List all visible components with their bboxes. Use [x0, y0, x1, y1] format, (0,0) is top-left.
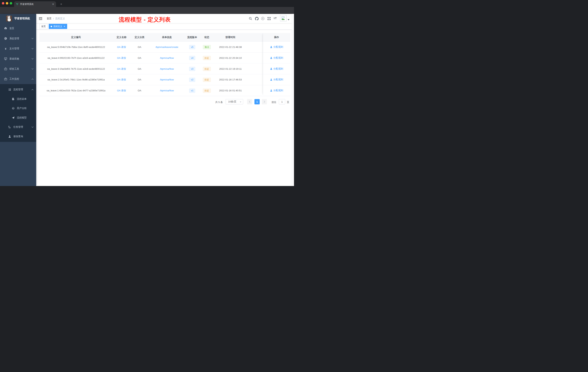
goto-label: 前往	[272, 101, 276, 104]
column-header: 流程版本	[185, 35, 199, 39]
list-icon	[8, 88, 11, 91]
cell-deploy-time: 2022-01-22 19:19:11	[214, 67, 247, 70]
cell-form-link[interactable]: /bpm/oa/flow	[149, 56, 185, 59]
prev-page-button[interactable]	[247, 99, 252, 104]
chevron-left-icon	[249, 101, 251, 103]
version-badge: v1	[189, 88, 195, 93]
sidebar-item-label: 流程模型	[17, 116, 34, 119]
breadcrumb-home[interactable]: 首页	[47, 17, 52, 20]
status-badge: 挂起	[203, 56, 211, 60]
status-badge: 激活	[203, 45, 211, 49]
avatar-caret-icon[interactable]	[288, 19, 289, 20]
cell-form-link[interactable]: /bpm/oa/flow	[149, 89, 185, 92]
sidebar-item-label: 请假查询	[13, 135, 33, 138]
font-size-icon[interactable]: ᴛT	[274, 17, 277, 20]
tag-process-definition[interactable]: 流程定义 ✕	[49, 24, 67, 29]
sidebar-item-infrastructure[interactable]: 基础设施	[0, 54, 36, 64]
cell-definition-name-link[interactable]: OA 请假	[113, 45, 130, 49]
cell-form-link[interactable]: /bpm/oa/leave/create	[149, 46, 185, 48]
assign-rule-button[interactable]: 分配规则	[270, 78, 283, 81]
yen-icon: ¥	[4, 47, 7, 50]
version-badge: v4	[189, 56, 195, 60]
sidebar-item-workflow[interactable]: 工作流程	[0, 74, 36, 84]
window-minimize-button[interactable]	[6, 2, 8, 4]
broken-image-icon	[282, 16, 285, 20]
sidebar-item-label: 任务管理	[13, 125, 32, 129]
sidebar: 芋道管理系统 首页 系统管理 ¥ 支付管理 基础设施	[0, 14, 36, 186]
sidebar-item-process-model[interactable]: 流程模型	[0, 113, 36, 122]
page-number-button[interactable]: 1	[254, 99, 260, 104]
cell-form-link[interactable]: /bpm/oa/flow	[149, 67, 185, 70]
cell-definition-name-link[interactable]: OA 请假	[113, 67, 130, 71]
pagination-total: 共 5 条	[215, 101, 223, 104]
sidebar-item-label: 研发工具	[10, 67, 32, 71]
column-header: 部署时间	[214, 35, 247, 39]
active-dot-icon	[51, 26, 52, 27]
tag-label: 流程定义	[53, 25, 62, 28]
sidebar-item-label: 用户分组	[17, 107, 34, 110]
tab-favicon-plant-icon	[16, 3, 19, 5]
cell-definition-name-link[interactable]: OA 请假	[113, 56, 130, 60]
tab-close-icon[interactable]: ✕	[52, 3, 54, 5]
sidebar-item-payment[interactable]: ¥ 支付管理	[0, 44, 36, 54]
briefcase-icon	[4, 77, 7, 81]
new-tab-button[interactable]: ＋	[60, 2, 63, 6]
sidebar-item-label: 首页	[10, 27, 34, 30]
status-badge: 挂起	[203, 77, 211, 82]
avatar[interactable]	[280, 15, 286, 22]
sidebar-item-system[interactable]: 系统管理	[0, 33, 36, 44]
browser-toolbar: 不安全 dashboard.yudao.iocoder.cn/bpm/manag…	[0, 7, 294, 14]
scrollbar[interactable]	[292, 14, 294, 186]
cell-category: OA	[130, 46, 149, 48]
cell-deploy-time: 2022-01-16 17:46:53	[214, 78, 247, 81]
table-row: oa_leave:2:3c1f0ef1-76b1-11ec-9c66-a2380…	[40, 74, 290, 85]
sidebar-collapse-icon[interactable]	[39, 17, 42, 20]
search-icon[interactable]	[249, 17, 252, 20]
page-size-select[interactable]: 10条/页	[226, 99, 243, 104]
breadcrumb-current: 流程定义	[55, 17, 65, 20]
sidebar-item-leave-query[interactable]: 请假查询	[0, 132, 36, 141]
sidebar-logo: 芋道管理系统	[0, 14, 36, 23]
github-icon[interactable]	[255, 17, 259, 21]
assign-rule-button[interactable]: 分配规则	[270, 89, 283, 92]
next-page-button[interactable]	[262, 99, 267, 104]
sidebar-item-user-group[interactable]: 用户分组	[0, 104, 36, 113]
sidebar-item-home[interactable]: 首页	[0, 23, 36, 33]
assign-rule-button[interactable]: 分配规则	[270, 56, 283, 60]
cell-deploy-time: 2022-01-22 21:48:38	[214, 46, 247, 48]
tag-close-icon[interactable]: ✕	[64, 25, 65, 27]
fullscreen-icon[interactable]	[267, 17, 271, 20]
version-badge: v2	[189, 77, 195, 82]
tag-label: 首页	[41, 25, 46, 28]
assign-rule-button[interactable]: 分配规则	[270, 45, 283, 49]
assign-rule-button[interactable]: 分配规则	[270, 67, 283, 70]
window-zoom-button[interactable]	[10, 2, 12, 4]
sidebar-item-label: 工作流程	[10, 77, 32, 81]
column-header: 状态	[199, 35, 214, 39]
sidebar-item-label: 基础设施	[10, 57, 32, 61]
help-icon[interactable]: ?	[261, 17, 264, 20]
table-row: oa_leave:3:1fad3d93-7b75-11ec-a3c8-acde4…	[40, 64, 290, 75]
group-icon	[12, 107, 15, 110]
table-header-row: 定义编号 定义名称 定义分类 表单信息 流程版本 状态 部署时间 操作	[40, 33, 290, 42]
version-badge: v5	[189, 45, 195, 49]
definition-table: 定义编号 定义名称 定义分类 表单信息 流程版本 状态 部署时间 操作 oa_l…	[40, 33, 290, 95]
sidebar-item-devtools[interactable]: 研发工具	[0, 64, 36, 74]
cell-definition-name-link[interactable]: OA 请假	[113, 78, 130, 81]
cell-definition-name-link[interactable]: OA 请假	[113, 89, 130, 92]
cell-category: OA	[130, 67, 149, 70]
form-icon	[12, 97, 15, 100]
cell-definition-id: oa_leave:4:991f2193-7b7f-11ec-a3c8-acde4…	[40, 56, 113, 59]
sidebar-item-task-management[interactable]: 任务管理	[0, 122, 36, 132]
user-icon	[8, 135, 11, 138]
tag-home[interactable]: 首页	[40, 24, 48, 29]
sidebar-item-label: 流程管理	[13, 88, 32, 91]
browser-tab[interactable]: 芋道管理系统 ✕	[14, 1, 56, 7]
sidebar-item-process-management[interactable]: 流程管理	[0, 85, 36, 94]
cell-definition-id: oa_leave:3:1fad3d93-7b75-11ec-a3c8-acde4…	[40, 67, 113, 70]
cell-form-link[interactable]: /bpm/oa/flow	[149, 78, 185, 81]
chevron-up-icon	[32, 78, 33, 80]
sidebar-item-process-form[interactable]: 流程表单	[0, 94, 36, 104]
window-close-button[interactable]	[2, 2, 4, 4]
goto-page-input[interactable]	[279, 99, 285, 104]
